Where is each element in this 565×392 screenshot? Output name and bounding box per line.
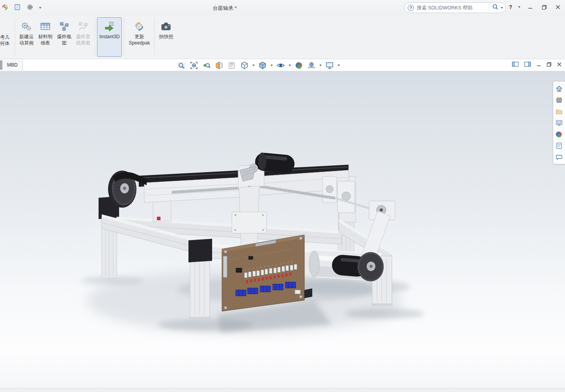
options-dropdown-caret[interactable] [39, 7, 41, 9]
take-snapshot-label: 拍快照 [159, 34, 173, 47]
doc-close-button[interactable] [557, 61, 562, 69]
window-title: 台面轴承 * [213, 5, 237, 12]
solidworks-window: 台面轴承 * ? ? 考几 何体 [0, 0, 565, 392]
bill-of-materials-label: 材料明 细表 [38, 34, 52, 47]
heads-up-view-toolbar [177, 61, 340, 70]
help-search-box[interactable]: ? [404, 2, 506, 13]
camera-icon [160, 20, 172, 33]
speedpak-icon [134, 20, 145, 33]
bom-table-icon [40, 20, 51, 33]
solidworks-resources-icon[interactable] [554, 83, 564, 94]
pane-right-icon[interactable] [524, 61, 531, 69]
display-style-caret[interactable] [270, 65, 273, 66]
exploded-view-label: 爆炸视 图 [57, 34, 71, 47]
help-circle-icon: ? [408, 5, 414, 11]
solidworks-logo-icon [2, 4, 8, 12]
document-toolbar-band: MBD [0, 59, 565, 71]
view-orientation-icon[interactable] [240, 61, 249, 70]
explode-line-sketch-icon [78, 20, 89, 33]
task-pane-tabs [553, 81, 565, 164]
titlebar: 台面轴承 * ? ? [0, 0, 565, 16]
new-motion-study-button[interactable]: 新建运 动算例 [17, 17, 36, 57]
ribbon-separator [154, 18, 155, 56]
view-settings-icon[interactable] [325, 61, 334, 70]
view-palette-icon[interactable] [554, 117, 564, 128]
3d-viewport[interactable] [0, 71, 565, 388]
zoom-to-fit-icon[interactable] [177, 61, 186, 70]
doc-minimize-button[interactable] [536, 61, 541, 69]
apply-scene-caret[interactable] [319, 65, 322, 66]
edit-appearance-icon[interactable] [294, 61, 304, 70]
bill-of-materials-button[interactable]: 材料明 细表 [36, 17, 55, 57]
view-settings-caret[interactable] [338, 65, 340, 66]
document-window-controls [512, 61, 562, 69]
ribbon-separator [95, 18, 95, 56]
ribbon-separator [124, 18, 124, 56]
solidworks-forum-icon[interactable] [554, 151, 564, 163]
search-input[interactable] [417, 5, 489, 11]
help-menu[interactable]: ? [509, 4, 512, 10]
restore-button[interactable] [540, 3, 548, 11]
document-properties-icon[interactable] [14, 4, 21, 12]
instant3d-button[interactable]: Instant3D [97, 17, 122, 57]
ribbon-separator [15, 18, 15, 56]
motion-study-icon [21, 20, 32, 33]
assembly-model [0, 71, 565, 388]
exploded-view-button[interactable]: 爆炸视 图 [55, 17, 74, 57]
close-button[interactable] [554, 3, 562, 11]
search-icon[interactable] [492, 4, 499, 12]
help-dropdown-caret[interactable] [518, 6, 520, 8]
tab-mbd[interactable]: MBD [2, 59, 23, 71]
explode-line-sketch-button: 爆炸直 线草图 [74, 17, 93, 57]
status-bar [0, 388, 565, 392]
file-explorer-icon[interactable] [554, 106, 564, 117]
search-dropdown-caret[interactable] [501, 7, 503, 9]
update-speedpak-button[interactable]: 更新 Speedpak [126, 17, 152, 57]
instant3d-label: Instant3D [99, 34, 119, 47]
options-gear-icon[interactable] [26, 4, 34, 12]
zoom-to-area-icon[interactable] [189, 61, 199, 70]
explode-line-sketch-label: 爆炸直 线草图 [76, 34, 90, 47]
display-style-icon[interactable] [258, 61, 267, 70]
hide-show-items-icon[interactable] [276, 61, 285, 70]
minimize-button[interactable] [526, 3, 534, 11]
design-library-icon[interactable] [554, 94, 564, 106]
exploded-view-icon [59, 20, 70, 33]
ribbon: 考几 何体 新建运 动算例 材料明 细表 爆炸视 图 [0, 16, 565, 59]
doc-restore-button[interactable] [546, 61, 552, 69]
annotation-view-icon[interactable] [227, 61, 237, 70]
update-speedpak-label: 更新 Speedpak [129, 34, 150, 47]
apply-scene-icon[interactable] [307, 61, 316, 70]
section-view-icon[interactable] [214, 61, 224, 70]
new-motion-study-label: 新建运 动算例 [19, 34, 34, 47]
hide-show-items-caret[interactable] [289, 65, 291, 66]
view-orientation-caret[interactable] [252, 65, 255, 66]
previous-view-icon[interactable] [202, 61, 211, 70]
custom-properties-icon[interactable] [554, 140, 564, 151]
appearances-scenes-icon[interactable] [554, 128, 564, 140]
pane-left-icon[interactable] [512, 61, 519, 69]
instant3d-icon [104, 20, 115, 33]
take-snapshot-button[interactable]: 拍快照 [157, 17, 175, 57]
